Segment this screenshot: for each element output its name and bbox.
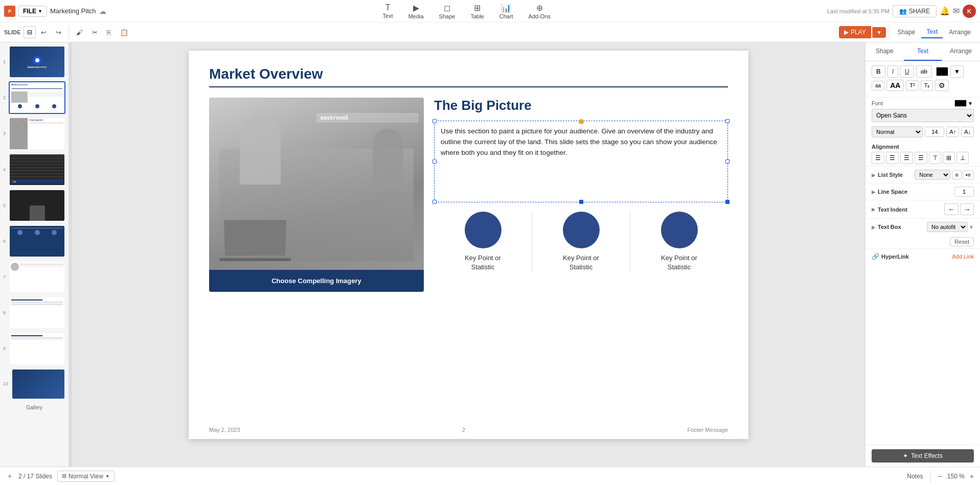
align-left-btn[interactable]: ☰ — [872, 152, 884, 164]
aa-small-btn[interactable]: aa — [872, 81, 884, 90]
text-box[interactable]: Use this section to paint a picture for … — [434, 121, 728, 202]
text-box-select[interactable]: No autofit — [927, 222, 968, 232]
share-button[interactable]: 👥 SHARE — [893, 5, 937, 17]
font-style-select[interactable]: Normal — [872, 126, 923, 137]
reset-btn[interactable]: Reset — [950, 237, 974, 246]
paint-format-btn[interactable]: 🖌 — [72, 27, 87, 38]
doc-title: Marketing Pitch — [50, 7, 96, 15]
view-mode-btn[interactable]: ⊞ Normal View ▼ — [57, 471, 115, 482]
cut-btn[interactable]: ✂ — [88, 27, 102, 38]
paste-btn[interactable]: 📋 — [116, 27, 132, 38]
slide-label: SLIDE — [4, 29, 20, 35]
slide-thumb-3[interactable]: Inspiring Quote — [9, 117, 65, 150]
zoom-out-btn[interactable]: − — [938, 472, 942, 480]
font-color-swatch[interactable] — [936, 67, 948, 76]
list-order-btn[interactable]: ≡ — [952, 170, 961, 179]
list-unorder-btn[interactable]: •≡ — [963, 170, 974, 179]
slide-image[interactable]: mashroom5 Choose Compelling Imagery — [209, 98, 424, 292]
play-button[interactable]: ▶ PLAY — [839, 26, 871, 38]
line-space-section[interactable]: ▶ Line Space — [865, 183, 980, 200]
play-dropdown[interactable]: ▼ — [872, 27, 886, 38]
font-family-select[interactable]: Open Sans — [872, 109, 974, 122]
tool-addons[interactable]: ⊕ Add-Ons — [521, 1, 558, 22]
font-label: Font — [872, 100, 883, 106]
text-effects-btn[interactable]: ✦ Text Effects — [872, 449, 974, 463]
format-tab-arrange[interactable]: Arrange — [944, 27, 976, 38]
notes-btn[interactable]: Notes — [907, 473, 923, 480]
slide-layout-btn[interactable]: ⊟ — [24, 26, 36, 38]
text-box-top-handle[interactable] — [579, 119, 584, 124]
AA-btn[interactable]: AA — [886, 80, 904, 91]
line-space-label: Line Space — [878, 189, 954, 195]
list-style-section[interactable]: ▶ List Style None ≡ •≡ — [865, 167, 980, 183]
text-settings-btn[interactable]: ⚙ — [935, 80, 949, 91]
undo-button[interactable]: ↩ — [37, 27, 51, 38]
slide-title-divider — [209, 86, 728, 87]
list-style-select[interactable]: None — [915, 170, 950, 180]
vertical-bot-btn[interactable]: ⊥ — [956, 152, 969, 164]
font-size-down-btn[interactable]: A↓ — [961, 127, 974, 137]
mail-icon[interactable]: ✉ — [953, 6, 960, 16]
image-caption: Choose Compelling Imagery — [209, 270, 424, 292]
tool-media[interactable]: ▶ Media — [401, 1, 431, 22]
tab-arrange[interactable]: Arrange — [942, 42, 980, 61]
stat-col-2: Key Point orStatistic — [532, 212, 630, 272]
indent-decrease-btn[interactable]: ← — [944, 203, 958, 215]
format-tab-active[interactable]: Shape — [893, 27, 921, 38]
slide-thumb-1[interactable]: MARKETING PITCH — [9, 45, 65, 78]
align-center-btn[interactable]: ☰ — [886, 152, 899, 164]
slide-thumb-9[interactable] — [9, 332, 65, 365]
align-right-btn[interactable]: ☰ — [900, 152, 913, 164]
italic-btn[interactable]: I — [887, 65, 898, 78]
slide-thumb-4[interactable]: Title — [9, 153, 65, 186]
format-tab-text[interactable]: Text — [921, 26, 943, 38]
stat-circle-2 — [563, 212, 600, 248]
stat-col-3: Key Point orStatistic — [630, 212, 728, 272]
zoom-value: 150 % — [947, 473, 965, 480]
underline-btn[interactable]: U — [900, 65, 914, 78]
tool-chart[interactable]: 📊 Chart — [492, 1, 520, 22]
subscript-btn[interactable]: T₂ — [921, 80, 933, 91]
redo-button[interactable]: ↪ — [52, 27, 65, 38]
copy-btn[interactable]: ⎘ — [103, 27, 115, 38]
line-space-input[interactable] — [954, 187, 974, 197]
tab-text[interactable]: Text — [904, 42, 942, 61]
bell-icon[interactable]: 🔔 — [940, 6, 950, 16]
slide-thumb-7[interactable] — [9, 261, 65, 293]
vertical-mid-btn[interactable]: ⊞ — [943, 152, 955, 164]
font-color-expand[interactable]: ▼ — [967, 101, 974, 106]
font-size-input[interactable] — [925, 127, 944, 137]
tab-shape[interactable]: Shape — [865, 42, 904, 61]
stat-col-1: Key Point orStatistic — [434, 212, 532, 272]
slide-title: Market Overview — [209, 66, 728, 82]
text-box-section[interactable]: ▶ Text Box No autofit ▼ — [865, 219, 980, 235]
slide-thumb-2[interactable]: Market Overview — [9, 81, 65, 114]
zoom-in-btn[interactable]: + — [970, 472, 974, 480]
alignment-title: Alignment — [872, 144, 974, 150]
text-box-content[interactable]: Use this section to paint a picture for … — [441, 126, 721, 158]
footer-date: May 2, 2023 — [209, 427, 240, 433]
color-picker-btn[interactable]: ▼ — [950, 65, 964, 78]
add-slide-icon[interactable]: ＋ — [6, 472, 13, 481]
indent-increase-btn[interactable]: → — [960, 203, 974, 215]
superscript-btn[interactable]: T² — [906, 80, 918, 90]
file-button[interactable]: FILE ▼ — [18, 6, 47, 17]
slide-thumb-6[interactable] — [9, 225, 65, 258]
tool-table[interactable]: ⊞ Table — [463, 1, 491, 22]
tool-shape[interactable]: ◻ Shape — [432, 1, 463, 22]
slide-canvas: Market Overview m — [189, 51, 748, 439]
font-color-display — [954, 100, 967, 107]
text-indent-section[interactable]: ▶ Text Indent ← → — [865, 200, 980, 218]
slide-thumb-5[interactable] — [9, 189, 65, 222]
align-justify-btn[interactable]: ☰ — [915, 152, 927, 164]
vertical-top-btn[interactable]: ⊤ — [929, 152, 941, 164]
avatar: K — [963, 5, 976, 18]
separator-1 — [69, 26, 69, 38]
add-link-btn[interactable]: Add Link — [952, 253, 974, 260]
tool-text[interactable]: T Text — [375, 1, 400, 22]
bold-btn[interactable]: B — [872, 65, 885, 78]
font-size-up-btn[interactable]: A↑ — [946, 127, 959, 137]
slide-thumb-10[interactable] — [11, 368, 65, 400]
slide-thumb-8[interactable] — [9, 296, 65, 329]
strikethrough-btn[interactable]: ab — [916, 65, 932, 78]
